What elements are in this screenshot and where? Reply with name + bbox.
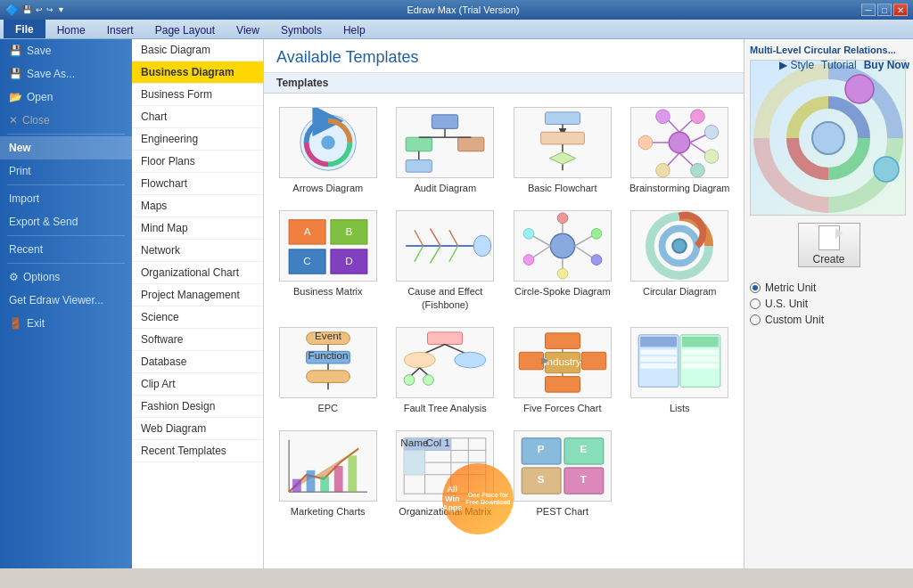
cat-software[interactable]: Software — [132, 329, 263, 351]
cat-mind-map[interactable]: Mind Map — [132, 217, 263, 240]
template-circle-spoke[interactable]: Circle-Spoke Diagram — [507, 206, 618, 315]
sidebar-item-import[interactable]: Import — [0, 187, 132, 210]
radio-us[interactable]: U.S. Unit — [750, 296, 908, 312]
template-label-circular: Circular Diagram — [643, 285, 717, 298]
cat-project-mgmt[interactable]: Project Management — [132, 284, 263, 306]
tab-page-layout[interactable]: Page Layout — [145, 21, 225, 38]
cat-floor-plans[interactable]: Floor Plans — [132, 151, 263, 173]
svg-point-48 — [550, 234, 574, 258]
buynow-link[interactable]: Buy Now — [864, 59, 909, 71]
svg-text:P: P — [537, 444, 544, 455]
template-lists[interactable]: Lists — [625, 323, 736, 419]
maximize-button[interactable]: □ — [877, 4, 892, 16]
tab-home[interactable]: Home — [47, 21, 95, 38]
svg-line-44 — [415, 246, 424, 262]
cat-network[interactable]: Network — [132, 240, 263, 262]
cat-science[interactable]: Science — [132, 306, 263, 329]
ribbon-tabs: File Home Insert Page Layout View Symbol… — [0, 20, 913, 39]
cat-fashion[interactable]: Fashion Design — [132, 396, 263, 418]
template-epc[interactable]: Event Function EPC — [273, 323, 383, 419]
template-five-forces[interactable]: Industry Five Forces Chart — [507, 323, 618, 419]
template-fishbone[interactable]: Cause and Effect (Fishbone) — [391, 206, 501, 315]
tab-help[interactable]: Help — [333, 21, 375, 38]
svg-rect-98 — [640, 363, 677, 369]
cat-chart[interactable]: Chart — [132, 106, 263, 128]
svg-point-29 — [691, 163, 705, 177]
svg-point-77 — [455, 352, 486, 368]
qat-undo[interactable]: ↩ — [36, 5, 43, 14]
template-business-matrix[interactable]: A B C D Business Matrix — [273, 206, 383, 315]
app-icon: 🔷 — [5, 4, 19, 16]
sidebar-item-open[interactable]: 📂 Open — [0, 86, 132, 109]
svg-point-76 — [404, 352, 435, 368]
template-brainstorming[interactable]: Brainstorming Diagram — [625, 102, 736, 199]
cat-business-diagram[interactable]: Business Diagram — [132, 61, 263, 84]
template-label-fault: Fault Tree Analysis — [404, 402, 487, 414]
sidebar-item-new[interactable]: New — [0, 136, 132, 159]
style-link[interactable]: ▶ Style — [779, 59, 814, 71]
svg-point-27 — [656, 163, 670, 177]
cat-recent[interactable]: Recent Templates — [132, 440, 263, 462]
qat-redo[interactable]: ↪ — [46, 5, 53, 14]
template-thumb-pest: P E S T — [514, 430, 612, 502]
template-audit-diagram[interactable]: Audit Diagram — [391, 102, 501, 199]
tab-file[interactable]: File — [4, 20, 45, 38]
sidebar-item-viewer[interactable]: Get Edraw Viewer... — [0, 289, 132, 312]
svg-rect-99 — [682, 349, 719, 355]
svg-rect-108 — [334, 466, 343, 492]
radio-metric[interactable]: Metric Unit — [750, 280, 908, 296]
templates-scroll[interactable]: Arrows Diagram — [264, 94, 744, 568]
create-button[interactable]: Create — [798, 223, 860, 267]
cat-engineering[interactable]: Engineering — [132, 128, 263, 151]
sidebar-item-options[interactable]: ⚙ Options — [0, 265, 132, 289]
sidebar-item-close[interactable]: ✕ Close — [0, 109, 132, 132]
tutorial-link[interactable]: Tutorial — [821, 59, 857, 71]
template-pest[interactable]: P E S T PEST Chart — [507, 426, 618, 522]
close-button[interactable]: ✕ — [893, 4, 908, 16]
sidebar-item-export[interactable]: Export & Send — [0, 210, 132, 233]
cat-clip-art[interactable]: Clip Art — [132, 373, 263, 396]
template-org-matrix[interactable]: Name Col 1 Organizational Matrix — [391, 426, 501, 522]
tab-symbols[interactable]: Symbols — [271, 21, 332, 38]
qat-more[interactable]: ▼ — [57, 5, 65, 14]
svg-point-23 — [705, 126, 720, 140]
svg-rect-107 — [320, 477, 329, 493]
template-circular[interactable]: Circular Diagram — [625, 206, 736, 315]
sidebar-separator-3 — [7, 235, 125, 236]
cat-maps[interactable]: Maps — [132, 195, 263, 217]
template-thumb-marketing — [279, 430, 377, 502]
tab-view[interactable]: View — [226, 21, 269, 38]
cat-org-chart[interactable]: Organizational Chart — [132, 262, 263, 284]
exit-icon: 🚪 — [9, 317, 22, 330]
sidebar-item-exit[interactable]: 🚪 Exit — [0, 312, 132, 335]
template-thumb-fishbone — [396, 210, 494, 282]
cat-web-diagram[interactable]: Web Diagram — [132, 418, 263, 440]
cat-database[interactable]: Database — [132, 351, 263, 373]
radio-custom[interactable]: Custom Unit — [750, 312, 908, 328]
svg-rect-10 — [545, 112, 580, 125]
template-marketing[interactable]: Marketing Charts — [273, 426, 383, 522]
svg-text:A: A — [303, 226, 310, 238]
svg-point-31 — [638, 135, 653, 150]
cat-basic-diagram[interactable]: Basic Diagram — [132, 39, 263, 61]
cat-flowchart[interactable]: Flowchart — [132, 173, 263, 195]
title-bar-controls: ─ □ ✕ — [861, 4, 908, 16]
svg-line-53 — [574, 246, 592, 258]
template-basic-flowchart[interactable]: Basic Flowchart — [507, 102, 618, 199]
template-fault-tree[interactable]: Fault Tree Analysis — [391, 323, 501, 419]
cat-business-form[interactable]: Business Form — [132, 84, 263, 106]
svg-point-81 — [424, 375, 434, 386]
sidebar-item-save[interactable]: 💾 Save — [0, 39, 132, 62]
svg-point-134 — [845, 75, 874, 103]
svg-rect-120 — [404, 462, 424, 475]
minimize-button[interactable]: ─ — [861, 4, 876, 16]
svg-rect-85 — [581, 352, 605, 370]
svg-text:C: C — [303, 256, 310, 267]
sidebar-item-print[interactable]: Print — [0, 159, 132, 183]
sidebar-item-saveas[interactable]: 💾 Save As... — [0, 62, 132, 86]
qat-save[interactable]: 💾 — [22, 5, 32, 14]
sidebar-item-recent[interactable]: Recent — [0, 238, 132, 261]
tab-insert[interactable]: Insert — [97, 21, 144, 38]
svg-line-45 — [431, 246, 441, 264]
template-arrows-diagram[interactable]: Arrows Diagram — [273, 102, 383, 199]
